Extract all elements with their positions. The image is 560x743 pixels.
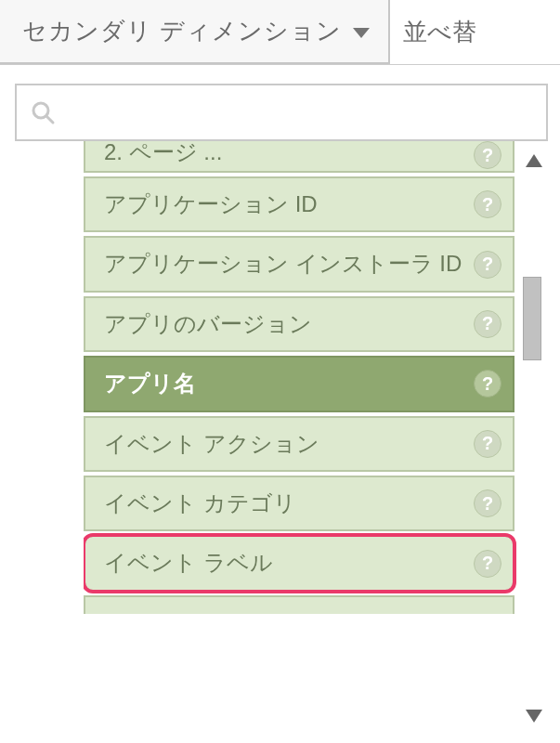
- list-item-label: アプリ名: [104, 369, 474, 398]
- dropdown-label: セカンダリ ディメンション: [22, 15, 342, 47]
- help-icon[interactable]: ?: [474, 370, 501, 398]
- list-item-label: 2. ページ ...: [104, 141, 474, 167]
- list-item[interactable]: イベント カテゴリ?: [84, 476, 514, 531]
- list-item[interactable]: アプリのバージョン?: [84, 296, 514, 352]
- secondary-dimension-dropdown[interactable]: セカンダリ ディメンション: [0, 0, 390, 64]
- list-item[interactable]: イベント アクション?: [84, 416, 514, 472]
- sort-label[interactable]: 並べ替: [390, 0, 560, 64]
- scroll-track[interactable]: [520, 175, 548, 702]
- list-gutter: [15, 141, 84, 736]
- list-item-label: イベント ラベル: [104, 548, 474, 578]
- svg-line-2: [46, 116, 53, 123]
- list-item-label: イベント アクション: [104, 429, 474, 459]
- svg-marker-4: [526, 710, 542, 723]
- list-item[interactable]: 2. ページ ...?: [84, 141, 514, 173]
- help-icon[interactable]: ?: [474, 190, 501, 218]
- search-box: [15, 84, 548, 141]
- scroll-down-arrow-icon[interactable]: [526, 702, 542, 730]
- help-icon[interactable]: ?: [474, 310, 501, 338]
- scroll-thumb[interactable]: [523, 277, 541, 360]
- list-item[interactable]: [84, 595, 514, 614]
- help-icon[interactable]: ?: [474, 550, 501, 578]
- list-item-label: アプリのバージョン: [104, 309, 474, 339]
- list-item[interactable]: アプリケーション インストーラ ID?: [84, 236, 514, 292]
- svg-marker-0: [353, 28, 370, 38]
- help-icon[interactable]: ?: [474, 251, 501, 279]
- list-item[interactable]: アプリケーション ID?: [84, 176, 514, 232]
- list-item-label: アプリケーション インストーラ ID: [104, 249, 474, 279]
- dimension-list: 2. ページ ...?アプリケーション ID?アプリケーション インストーラ I…: [84, 141, 520, 736]
- list-item[interactable]: イベント ラベル?: [84, 535, 514, 591]
- help-icon[interactable]: ?: [474, 141, 501, 169]
- search-input[interactable]: [65, 100, 533, 124]
- list-item-label: イベント カテゴリ: [104, 489, 474, 518]
- help-icon[interactable]: ?: [474, 489, 501, 517]
- caret-down-icon: [353, 17, 370, 46]
- scrollbar[interactable]: [520, 141, 548, 736]
- svg-marker-3: [526, 154, 542, 167]
- list-item-label: アプリケーション ID: [104, 189, 474, 219]
- list-item[interactable]: アプリ名?: [84, 356, 514, 411]
- help-icon[interactable]: ?: [474, 430, 501, 458]
- scroll-up-arrow-icon[interactable]: [526, 147, 542, 175]
- dimension-dropdown-panel: 2. ページ ...?アプリケーション ID?アプリケーション インストーラ I…: [15, 84, 548, 736]
- search-icon: [30, 99, 56, 125]
